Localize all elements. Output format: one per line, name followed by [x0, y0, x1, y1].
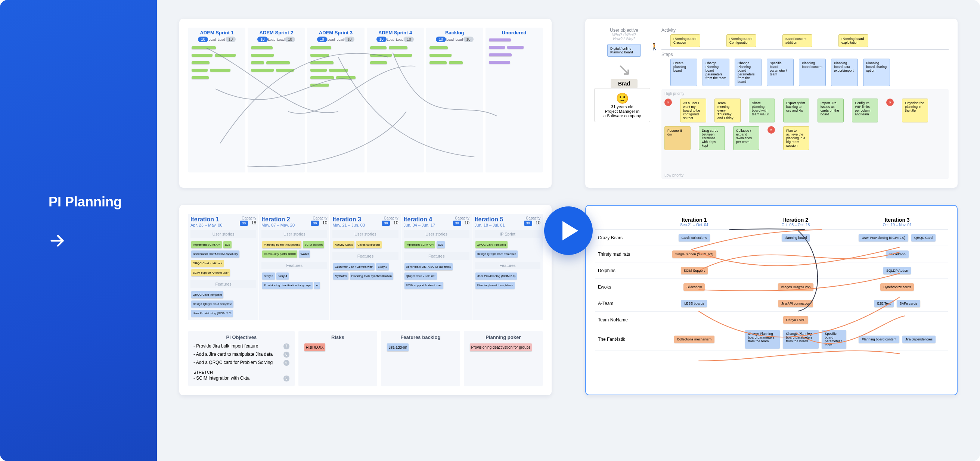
sprint-column[interactable]: ADEM Sprint 210Load Load10	[248, 28, 305, 172]
user-story-card[interactable]: QRQC Card Template	[476, 241, 508, 248]
play-button[interactable]	[544, 207, 593, 255]
feature-card[interactable]: User Provisioning (SCIM 2.0)	[191, 310, 233, 317]
dependency-cell[interactable]: Planning board contentJira dependencies	[846, 334, 948, 345]
sprint-card[interactable]	[192, 61, 210, 64]
dependency-chip[interactable]: Cards collections	[679, 234, 710, 242]
sprint-card[interactable]	[449, 61, 463, 64]
user-story-card[interactable]: Activity Cards	[333, 241, 355, 248]
user-story-card[interactable]: Implement SCIM API	[191, 241, 222, 248]
step-card[interactable]: Change Planning board parameters from th…	[735, 59, 762, 86]
sprint-card[interactable]	[266, 61, 290, 64]
dependency-cell[interactable]: LESS boards	[643, 298, 745, 309]
sprint-card[interactable]	[430, 46, 448, 49]
sprint-card[interactable]	[276, 69, 294, 72]
sprint-column[interactable]: Backlog10Load Load10	[426, 28, 483, 172]
story-card[interactable]: Collapse / expand swimlanes per team	[733, 126, 759, 150]
user-story-card[interactable]: Planning board thoughtless	[262, 241, 301, 248]
sprint-card[interactable]	[430, 61, 447, 64]
panel-story-map[interactable]: User objective Who? / What? How? / Why? …	[585, 19, 958, 188]
panel-iteration-board[interactable]: Iteration 1 Apr. 23 – May. 06 Capacity 3…	[179, 205, 552, 395]
dependency-chip[interactable]: Change Planning board parameters from th…	[783, 330, 819, 349]
feature-card[interactable]: Benchmark OKTA SCIM capability	[404, 263, 453, 270]
sprint-card[interactable]	[370, 54, 392, 57]
dependency-chip[interactable]: Jira API connection	[778, 300, 813, 307]
feature-card[interactable]: Planning tools synchronization	[350, 272, 393, 280]
dependency-cell[interactable]: Synchronize cards	[846, 281, 948, 292]
story-card[interactable]: Import Jira issues as cards on the board	[818, 99, 844, 122]
sprint-card[interactable]	[215, 54, 235, 57]
sprint-card[interactable]	[251, 46, 273, 49]
feature-card[interactable]: xx	[314, 282, 320, 289]
dependency-cell[interactable]	[745, 269, 847, 272]
activity-card[interactable]: Planning Board Creation	[670, 34, 700, 47]
dependency-cell[interactable]: Images Drag'n'Drop	[745, 281, 847, 292]
dependency-chip[interactable]: QRQC Card	[911, 234, 935, 242]
feature-card[interactable]: QRQC Card Template	[191, 291, 223, 298]
sprint-card[interactable]	[192, 46, 216, 49]
sprint-card[interactable]	[310, 54, 329, 57]
sprint-card[interactable]	[489, 38, 511, 41]
feature-card[interactable]: Design QRQC Card Template	[191, 300, 234, 308]
poker-card[interactable]: Provisioning deactivation for groups	[470, 343, 532, 351]
story-card[interactable]: Export sprint backlog to csv and xls	[783, 99, 809, 122]
user-story-card[interactable]: Implement SCIM API	[404, 241, 435, 248]
sprint-card[interactable]	[507, 46, 523, 49]
step-card[interactable]: Planning board data export/import	[831, 59, 858, 86]
sprint-card[interactable]	[310, 84, 329, 87]
dependency-chip[interactable]: Jira dependencies	[902, 335, 935, 343]
sprint-card[interactable]	[394, 54, 412, 57]
iteration-column[interactable]: Iteration 1 Apr. 23 – May. 06 Capacity 3…	[188, 214, 258, 320]
sprint-card[interactable]	[210, 69, 230, 72]
sprint-card[interactable]	[251, 54, 274, 57]
sprint-card[interactable]	[489, 53, 512, 56]
risk-card[interactable]: Risk #XXX	[304, 343, 325, 351]
sprint-card[interactable]	[310, 69, 326, 72]
dependency-chip[interactable]: Single Signon (SAML V2)	[672, 251, 716, 258]
sprint-card[interactable]	[389, 46, 407, 49]
sprint-card[interactable]	[329, 69, 348, 72]
dependency-cell[interactable]: Single Signon (SAML V2)	[643, 249, 745, 260]
sprint-card[interactable]	[489, 61, 510, 64]
dependency-chip[interactable]: SQLDP Addon	[883, 267, 911, 274]
user-story-card[interactable]: Cards collections	[356, 241, 382, 248]
step-card[interactable]: Planning board sharing option	[863, 59, 890, 86]
sprint-card[interactable]	[251, 61, 264, 64]
iteration-column[interactable]: Iteration 2 May. 07 – May. 20 Capacity 3…	[259, 214, 329, 320]
story-card[interactable]: Configure WIP limits per column and team	[852, 99, 878, 122]
dependency-cell[interactable]: User Provisioning (SCIM 2.0)QRQC Card	[846, 232, 948, 243]
step-card[interactable]: Create planning board	[670, 59, 697, 86]
sprint-card[interactable]	[370, 61, 387, 64]
user-story-card[interactable]: SCIM support Android user	[191, 269, 230, 276]
backlog-card[interactable]: Jira add-on	[387, 343, 409, 351]
iteration-column[interactable]: Iteration 5 Jun. 18 – Jul. 01 Capacity 3…	[473, 214, 542, 320]
dependency-chip[interactable]: User Provisioning (SCIM 2.0)	[859, 234, 908, 242]
user-story-card[interactable]: QRQC Card - I did not	[191, 260, 224, 267]
persona-card[interactable]: 🙂 31 years old Project Manager in a Soft…	[594, 88, 650, 122]
dependency-cell[interactable]: Slideshow	[643, 281, 745, 292]
sprint-card[interactable]	[489, 46, 505, 49]
sprint-card[interactable]	[336, 76, 355, 79]
dependency-chip[interactable]: Slideshow	[684, 283, 705, 291]
sprint-column[interactable]: ADEM Sprint 310Load Load10	[307, 28, 364, 172]
dependency-cell[interactable]: SQLDP Addon	[846, 265, 948, 276]
dependency-chip[interactable]: planning board	[782, 234, 810, 242]
sprint-card[interactable]	[310, 76, 334, 79]
activity-card[interactable]: Board content addition	[783, 34, 812, 47]
activity-card[interactable]: Planning Board Configuration	[726, 34, 756, 47]
sprint-card[interactable]	[192, 54, 213, 57]
dependency-chip[interactable]: LESS boards	[681, 300, 707, 307]
dependency-cell[interactable]: Jira API connection	[745, 298, 847, 309]
story-card[interactable]: Drag cards between iterations with deps …	[699, 126, 725, 150]
dependency-chip[interactable]: Synchronize cards	[880, 283, 914, 291]
dependency-cell[interactable]: Cards collections	[643, 232, 745, 243]
user-story-card[interactable]: Wallet	[299, 251, 310, 258]
step-card[interactable]: Planning board content	[799, 59, 826, 86]
user-story-card[interactable]: Benchmark OKTA SCIM capability	[191, 251, 239, 258]
dependency-chip[interactable]: Images Drag'n'Drop	[778, 283, 813, 291]
sprint-card[interactable]	[430, 54, 452, 57]
dependency-cell[interactable]: SCIM Support	[643, 265, 745, 276]
dependency-cell[interactable]: Jira add-on	[846, 249, 948, 260]
sprint-column[interactable]: ADEM Sprint 410Load Load10	[367, 28, 424, 172]
step-card[interactable]: Charge Planning board parameters from th…	[703, 59, 729, 86]
story-card[interactable]: Foooooiiii diiii	[664, 126, 690, 150]
